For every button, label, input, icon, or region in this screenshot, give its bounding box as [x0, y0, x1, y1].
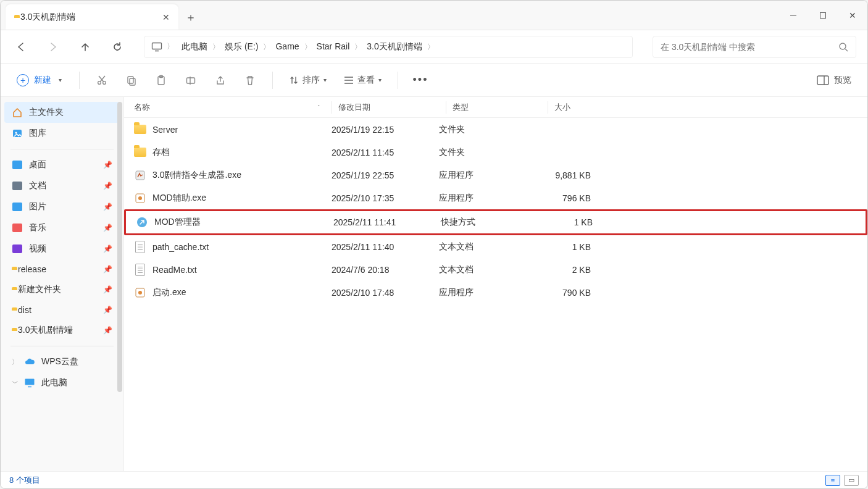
view-icon — [344, 76, 354, 85]
column-name[interactable]: 名称 ˄ — [134, 102, 332, 113]
svg-point-7 — [103, 81, 106, 84]
details-view-button[interactable]: ≡ — [825, 475, 840, 486]
paste-button[interactable] — [149, 69, 173, 91]
sidebar-pinned-item[interactable]: 音乐📌 — [4, 217, 120, 238]
column-label: 名称 — [134, 102, 150, 113]
pin-icon[interactable]: 📌 — [103, 224, 112, 232]
file-row[interactable]: MOD管理器2025/2/11 11:41快捷方式1 KB — [124, 209, 867, 235]
up-button[interactable] — [76, 38, 94, 56]
close-button[interactable]: ✕ — [838, 1, 867, 30]
separator — [79, 72, 80, 89]
refresh-button[interactable] — [108, 38, 127, 56]
file-date: 2025/2/10 17:48 — [332, 288, 439, 298]
breadcrumb-item[interactable]: Star Rail — [312, 41, 355, 51]
file-name: 存档 — [152, 147, 170, 158]
svg-line-5 — [845, 49, 848, 51]
svg-rect-28 — [25, 379, 35, 385]
column-label: 类型 — [453, 102, 469, 112]
breadcrumb-item[interactable]: 此电脑 — [177, 41, 212, 51]
column-label: 修改日期 — [338, 102, 370, 112]
rename-button[interactable] — [178, 69, 203, 91]
svg-rect-1 — [820, 12, 826, 18]
title-bar: 3.0天机剧情端 ✕ ＋ ✕ — [1, 1, 867, 30]
sidebar-thispc[interactable]: ﹀ 此电脑 — [4, 372, 120, 393]
pin-icon[interactable]: 📌 — [103, 306, 112, 314]
view-button[interactable]: 查看 ▾ — [338, 75, 388, 86]
chevron-right-icon: 〉 — [167, 41, 174, 52]
file-row[interactable]: 启动.exe2025/2/10 17:48应用程序790 KB — [124, 281, 867, 304]
back-button[interactable] — [12, 38, 30, 56]
file-size: 9,881 KB — [534, 170, 602, 180]
sidebar-item-label: 3.0天机剧情端 — [18, 325, 73, 336]
monitor-icon[interactable] — [149, 38, 164, 56]
divider — [10, 149, 114, 149]
sidebar-gallery[interactable]: 图库 — [4, 123, 120, 144]
svg-rect-27 — [12, 244, 22, 253]
file-row[interactable]: Server2025/1/19 22:15文件夹 — [124, 118, 867, 141]
sidebar-item-label: release — [18, 264, 46, 274]
sidebar-home[interactable]: 主文件夹 — [4, 102, 120, 123]
sidebar-item-label: 此电脑 — [41, 377, 67, 388]
column-size[interactable]: 大小 — [554, 102, 622, 113]
column-type[interactable]: 类型 — [453, 102, 548, 113]
file-name: MOD管理器 — [154, 217, 201, 228]
file-date: 2025/2/11 11:45 — [332, 148, 439, 157]
file-size: 796 KB — [534, 193, 602, 203]
more-button[interactable]: ••• — [408, 69, 433, 91]
pin-icon[interactable]: 📌 — [103, 326, 112, 335]
sidebar-wps[interactable]: 〉 WPS云盘 — [4, 351, 120, 372]
sidebar-pinned-item[interactable]: dist📌 — [4, 300, 120, 320]
new-label: 新建 — [34, 75, 51, 86]
search-icon[interactable] — [838, 42, 848, 52]
item-icon — [12, 181, 23, 191]
status-bar: 8 个项目 ≡ ▭ — [1, 471, 867, 488]
sidebar-pinned-item[interactable]: 文档📌 — [4, 175, 120, 196]
breadcrumb-item[interactable]: Game — [270, 41, 304, 51]
search-input[interactable] — [661, 42, 838, 52]
search-box[interactable] — [653, 36, 856, 58]
view-label: 查看 — [357, 75, 375, 86]
grid-view-button[interactable]: ▭ — [844, 475, 859, 486]
sidebar-pinned-item[interactable]: 图片📌 — [4, 196, 120, 217]
maximize-button[interactable] — [808, 1, 838, 30]
sidebar-pinned-item[interactable]: 桌面📌 — [4, 154, 120, 175]
forward-button[interactable] — [44, 38, 62, 56]
tab-close-icon[interactable]: ✕ — [162, 12, 170, 22]
cut-button[interactable] — [90, 69, 114, 91]
pin-icon[interactable]: 📌 — [103, 203, 112, 211]
share-button[interactable] — [208, 69, 233, 91]
file-size: 2 KB — [534, 265, 602, 275]
preview-button[interactable]: 预览 — [817, 75, 859, 86]
sidebar-pinned-item[interactable]: 3.0天机剧情端📌 — [4, 320, 120, 341]
file-type: 文本文档 — [439, 264, 534, 275]
file-row[interactable]: ReadMe.txt2024/7/6 20:18文本文档2 KB — [124, 258, 867, 281]
pin-icon[interactable]: 📌 — [103, 244, 112, 253]
body: 主文件夹 图库 桌面📌文档📌图片📌音乐📌视频📌release📌新建文件夹📌dis… — [1, 97, 867, 471]
chevron-right-icon: 〉 — [12, 357, 18, 367]
minimize-button[interactable] — [778, 1, 808, 30]
sidebar-scrollbar[interactable] — [117, 102, 122, 392]
sidebar-pinned-item[interactable]: 视频📌 — [4, 238, 120, 259]
breadcrumb-item[interactable]: 3.0天机剧情端 — [362, 41, 427, 51]
new-button[interactable]: + 新建 ▾ — [9, 70, 69, 90]
tab-current[interactable]: 3.0天机剧情端 ✕ — [6, 4, 178, 30]
sidebar-pinned-item[interactable]: 新建文件夹📌 — [4, 279, 120, 300]
file-row[interactable]: MOD辅助.exe2025/2/10 17:35应用程序796 KB — [124, 186, 867, 209]
pin-icon[interactable]: 📌 — [103, 285, 112, 294]
file-size: 1 KB — [534, 242, 602, 252]
pin-icon[interactable]: 📌 — [103, 265, 112, 274]
column-date[interactable]: 修改日期 — [338, 102, 446, 113]
pin-icon[interactable]: 📌 — [103, 161, 112, 169]
file-row[interactable]: path_cache.txt2025/2/11 11:40文本文档1 KB — [124, 235, 867, 258]
sidebar-pinned-item[interactable]: release📌 — [4, 259, 120, 279]
sort-button[interactable]: 排序 ▾ — [283, 75, 333, 86]
file-row[interactable]: 3.0剧情指令生成器.exe2025/1/19 22:55应用程序9,881 K… — [124, 164, 867, 186]
delete-button[interactable] — [238, 69, 262, 91]
file-row[interactable]: 存档2025/2/11 11:45文件夹 — [124, 141, 867, 164]
breadcrumb[interactable]: 〉 此电脑〉娱乐 (E:)〉Game〉Star Rail〉3.0天机剧情端〉 — [144, 36, 633, 58]
new-tab-button[interactable]: ＋ — [178, 4, 203, 30]
copy-button[interactable] — [119, 69, 144, 91]
svg-rect-2 — [152, 43, 162, 49]
pin-icon[interactable]: 📌 — [103, 182, 112, 190]
breadcrumb-item[interactable]: 娱乐 (E:) — [220, 41, 263, 51]
